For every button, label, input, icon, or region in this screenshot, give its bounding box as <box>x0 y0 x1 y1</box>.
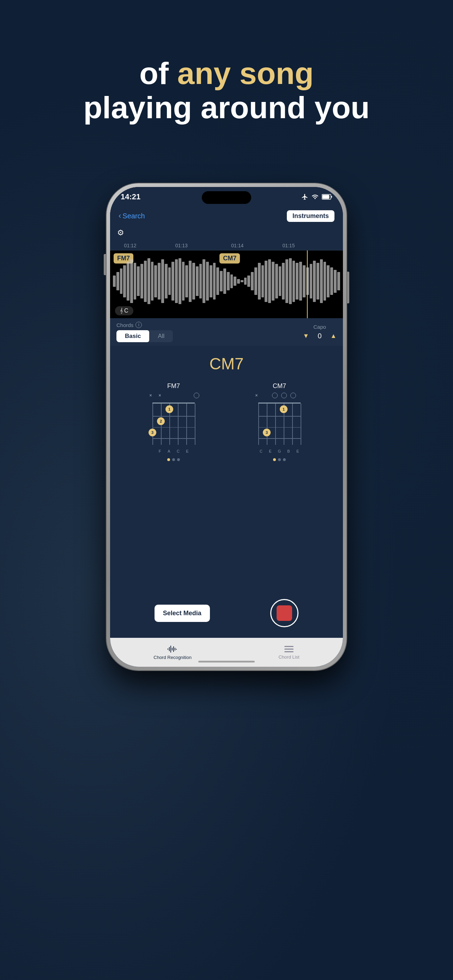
finger-dot-3: 3 <box>263 429 270 436</box>
home-indicator <box>198 661 255 662</box>
svg-rect-8 <box>176 649 177 650</box>
waveform-bar <box>134 263 137 299</box>
toggle-basic-button[interactable]: Basic <box>116 330 149 342</box>
chord-diagrams-section: FM7 × × <box>110 379 343 592</box>
phone-outer-frame: 14:21 ‹ Search I <box>106 183 347 670</box>
timeline: 01:12 01:13 01:14 01:15 <box>110 240 343 250</box>
waveform-bar <box>303 265 305 298</box>
waveform-bar <box>320 259 323 303</box>
waveform-bar <box>299 262 302 301</box>
waveform-bar <box>310 264 313 298</box>
finger-dot-1: 1 <box>165 405 173 413</box>
record-button[interactable] <box>270 599 299 627</box>
back-arrow-icon: ‹ <box>119 211 121 221</box>
app-screen: 14:21 ‹ Search I <box>110 187 343 667</box>
record-inner-icon <box>277 605 292 621</box>
tab-bar: Chord Recognition Chord List <box>110 638 343 667</box>
waveform-bar <box>258 263 261 299</box>
header-line1-normal: of <box>139 56 178 91</box>
wifi-icon <box>311 193 319 200</box>
waveform-bar <box>237 279 240 284</box>
string-ind <box>175 393 181 398</box>
string-ind <box>300 393 305 398</box>
playhead-line <box>307 250 308 318</box>
note-label: G <box>277 449 282 453</box>
waveform-bar <box>165 264 168 298</box>
waveform-bar <box>330 267 333 295</box>
waveform-bar <box>206 262 209 301</box>
tab-chord-recognition[interactable]: Chord Recognition <box>153 645 192 660</box>
back-label: Search <box>122 212 145 220</box>
capo-up-button[interactable]: ▲ <box>330 332 337 340</box>
chord-list-icon <box>285 645 294 653</box>
note-label: C <box>175 449 181 453</box>
waveform-bar <box>275 264 278 298</box>
gear-icon[interactable]: ⚙ <box>117 228 124 237</box>
tab-chord-list-label: Chord List <box>278 654 299 660</box>
waveform-bar <box>137 266 140 296</box>
string-ind-open <box>281 393 287 398</box>
svg-rect-6 <box>173 646 174 652</box>
select-media-button[interactable]: Select Media <box>154 605 210 622</box>
waveform-bar <box>168 267 171 295</box>
tab-chord-recognition-label: Chord Recognition <box>153 655 192 660</box>
waveform-bar <box>192 263 195 299</box>
key-indicator: 𝄞 C <box>115 306 134 315</box>
waveform-bar <box>172 262 174 301</box>
string-ind: × <box>148 393 153 398</box>
waveform-bar <box>178 258 181 304</box>
timeline-mark-4: 01:15 <box>282 243 295 248</box>
timeline-mark-1: 01:12 <box>124 243 137 248</box>
cm7-diagram-dots <box>273 458 286 461</box>
waveform-bar <box>316 263 319 299</box>
waveform-bar <box>213 263 216 299</box>
waveform-container: 01:12 01:13 01:14 01:15 FM7 CM7 <box>110 240 343 318</box>
waveform-bar <box>334 270 337 293</box>
waveform-bar <box>241 280 243 283</box>
waveform-bar <box>234 277 236 286</box>
note-label: C <box>258 449 264 453</box>
chord-diagram-fm7: FM7 × × <box>148 382 199 589</box>
capo-down-button[interactable]: ▼ <box>303 332 309 340</box>
string-ind: × <box>157 393 163 398</box>
waveform-bar <box>265 261 267 302</box>
chord-diagram-cm7: CM7 × <box>254 382 305 589</box>
chords-toggle: Basic All <box>116 330 173 342</box>
svg-rect-5 <box>172 648 173 651</box>
waveform-bar <box>247 275 250 287</box>
string-ind <box>166 393 172 398</box>
toggle-all-button[interactable]: All <box>149 330 173 342</box>
cm7-diagram-name: CM7 <box>273 382 286 390</box>
waveform-bar <box>324 262 326 301</box>
status-time: 14:21 <box>121 192 140 201</box>
waveform-bar <box>261 265 264 298</box>
phone-inner-frame: 14:21 ‹ Search I <box>110 187 343 667</box>
svg-rect-3 <box>169 647 170 651</box>
waveform-bar <box>254 267 257 295</box>
waveform-bar <box>127 262 129 301</box>
waveform-canvas <box>110 258 343 304</box>
waveform-bar <box>130 259 133 303</box>
battery-icon <box>322 194 332 200</box>
chord-recognition-icon <box>168 645 178 653</box>
string-ind <box>184 393 190 398</box>
fm7-note-labels: F A C E <box>157 449 190 453</box>
svg-rect-4 <box>170 646 171 652</box>
fm7-fretboard: 1 2 3 <box>153 402 195 445</box>
waveform-bar <box>182 262 185 301</box>
finger-dot-3: 3 <box>149 429 156 436</box>
back-button[interactable]: ‹ Search <box>119 211 145 221</box>
instruments-button[interactable]: Instruments <box>287 210 334 222</box>
info-icon[interactable]: i <box>135 322 142 328</box>
note-label: E <box>295 449 300 453</box>
header-section: of any song playing around you <box>0 56 453 125</box>
timeline-marks: 01:12 01:13 01:14 01:15 <box>110 240 343 250</box>
waveform-bar <box>113 275 116 287</box>
header-line1-highlight: any song <box>178 56 314 91</box>
note-label: E <box>184 449 190 453</box>
capo-section: Capo ▼ 0 ▲ <box>303 324 337 340</box>
tab-chord-list[interactable]: Chord List <box>278 645 299 660</box>
waveform-bar <box>116 272 119 290</box>
string-ind-muted: × <box>254 393 259 398</box>
waveform-bar <box>175 259 178 303</box>
